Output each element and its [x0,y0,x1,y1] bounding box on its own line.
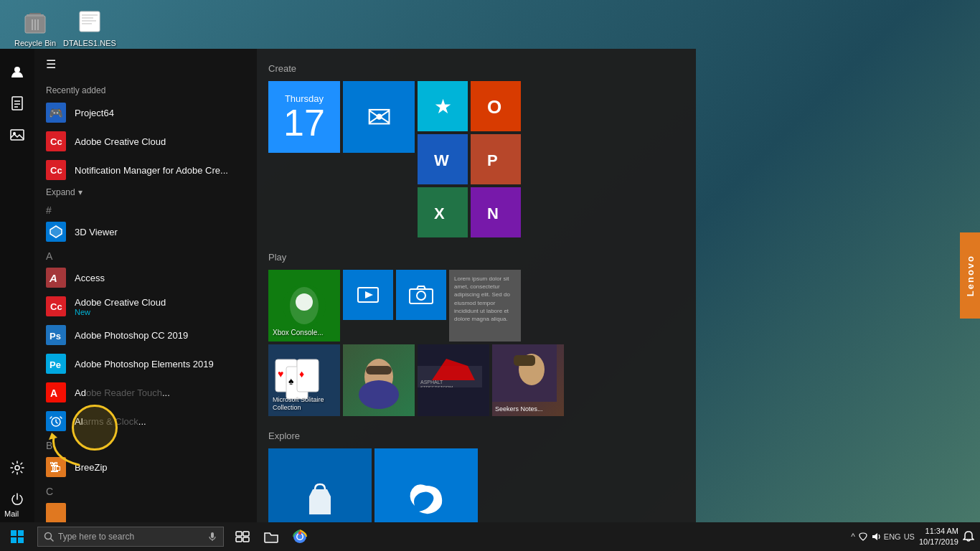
sidebar-icon-settings[interactable] [3,453,32,482]
file-explorer-button[interactable] [258,524,284,550]
svg-text:N: N [487,204,499,222]
tile-office[interactable]: O [471,81,521,131]
tile-mail[interactable]: ✉ Mail [343,81,415,153]
app-item-access[interactable]: A Access [34,263,257,292]
svg-point-36 [296,293,313,311]
network-icon [858,532,868,542]
notification-icon[interactable] [963,530,974,543]
svg-rect-84 [243,532,249,536]
tile-hacker[interactable] [343,344,415,416]
search-input[interactable] [58,532,204,542]
tile-camera[interactable] [396,270,446,320]
lenovo-sidebar: Lenovo [960,232,980,319]
hamburger-icon[interactable]: ☰ [46,57,56,71]
app-icon-adobe-reader: A [46,382,66,402]
tile-word[interactable]: W [418,134,468,184]
tile-solitaire[interactable]: ♥ ♠ ♦ Microsoft Solitaire Collection [268,344,340,416]
app-item-adobe-reader[interactable]: A Adobe Reader Touch... [34,378,257,407]
svg-rect-9 [82,20,96,22]
svg-text:♦: ♦ [299,368,304,380]
app-item-photoshop-elements[interactable]: Pe Adobe Photoshop Elements 2019 [34,349,257,378]
tile-microsoft-store[interactable]: Microsoft Store [268,448,372,522]
explore-label: Explore [268,430,684,441]
svg-text:Ps: Ps [50,331,61,342]
tiles-panel: Create Thursday 17 ✉ Mail [257,49,696,522]
tile-onenote[interactable]: N [471,187,521,237]
solitaire-label: Microsoft Solitaire Collection [273,396,340,412]
alpha-a: A [34,246,257,263]
tile-news-text[interactable]: Lorem ipsum dolor sit amet, consectetur … [449,270,521,342]
svg-point-18 [15,466,19,470]
tray-expand-icon[interactable]: ^ [851,532,855,542]
svg-text:P: P [487,151,498,169]
language-label: ENG [884,532,901,541]
svg-text:Cc: Cc [50,165,62,176]
taskbar-right: ^ ENG US 11:34 AM 10/17/2019 [851,526,980,548]
taskbar-icons [230,524,313,550]
sidebar-bottom [3,453,32,514]
app-list-scroll[interactable]: Recently added 🎮 Project64 Cc Adobe Crea… [34,80,257,522]
dtales-nes-icon[interactable]: DTALES1.NES [65,7,115,47]
app-icon-3dviewer [46,222,66,242]
seekers-label: Seekers Notes... [495,405,543,413]
svg-rect-5 [27,14,44,17]
tile-excel[interactable]: X [418,187,468,237]
svg-point-39 [417,291,425,300]
sidebar-icon-document[interactable] [3,89,32,118]
app-item-c-placeholder[interactable] [34,499,257,522]
chrome-button[interactable] [287,524,313,550]
create-label: Create [268,63,684,74]
tile-xbox[interactable]: Xbox Console... [268,270,340,342]
app-icon-alarms [46,411,66,431]
news-text-content: Lorem ipsum dolor sit amet, consectetur … [452,273,518,325]
app-icon-project64: 🎮 [46,103,66,123]
svg-text:A: A [49,272,57,284]
tile-seekers[interactable]: Seekers Notes... [492,344,564,416]
play-label: Play [268,252,684,263]
play-section: Play Xbox Console... [268,252,684,416]
svg-marker-38 [365,291,373,298]
taskbar-clock[interactable]: 11:34 AM 10/17/2019 [919,526,958,548]
start-button[interactable] [0,522,34,551]
app-item-breezip[interactable]: 🗜 BreeZip [34,453,257,481]
app-icon-photoshop-elements: Pe [46,354,66,374]
svg-rect-85 [236,537,242,542]
svg-rect-81 [211,532,214,538]
sidebar-icon-pictures[interactable] [3,121,32,149]
tile-microsoft-edge[interactable]: Microsoft Edge [374,448,478,522]
volume-icon [871,532,881,542]
clock-time: 11:34 AM [919,526,958,537]
svg-rect-55 [514,355,535,366]
app-item-alarms[interactable]: Alarms & Clock... [34,407,257,435]
svg-text:STREETSTORM: STREETSTORM [420,385,453,387]
left-sidebar [0,49,34,522]
app-item-3dviewer[interactable]: 3D Viewer [34,217,257,246]
app-icon-adobe-cc-recent: Cc [46,131,66,151]
tile-calendar[interactable]: Thursday 17 [268,81,340,153]
tile-fitbit[interactable]: ★ [418,81,468,131]
app-item-project64[interactable]: 🎮 Project64 [34,98,257,127]
svg-rect-8 [82,17,93,19]
region-label: US [904,532,915,541]
app-icon-access: A [46,268,66,288]
svg-rect-12 [12,97,22,110]
app-item-adobe-cc-recent[interactable]: Cc Adobe Creative Cloud [34,127,257,156]
expand-button[interactable]: Expand ▾ [34,184,257,200]
svg-rect-86 [243,537,249,542]
tile-powerpoint[interactable]: P [471,134,521,184]
search-box[interactable] [37,527,224,547]
svg-rect-48 [366,366,392,375]
app-list-panel: ☰ Recently added 🎮 Project64 Cc Adobe Cr… [34,49,257,522]
recycle-bin-icon[interactable]: Recycle Bin [10,7,60,47]
app-item-notif-mgr[interactable]: Cc Notification Manager for Adobe Cre... [34,156,257,184]
app-item-adobe-cc[interactable]: Cc Adobe Creative Cloud New [34,292,257,321]
tile-asphalt[interactable]: ASPHALT STREETSTORM [418,344,489,416]
search-icon [44,532,54,542]
tile-movies-tv[interactable] [343,270,393,320]
mail-icon: ✉ [367,100,392,135]
app-item-photoshop-cc[interactable]: Ps Adobe Photoshop CC 2019 [34,321,257,349]
sidebar-icon-user[interactable] [3,57,32,86]
task-view-button[interactable] [230,524,255,550]
alpha-b: B [34,435,257,453]
taskbar: ^ ENG US 11:34 AM 10/17/2019 [0,522,980,551]
